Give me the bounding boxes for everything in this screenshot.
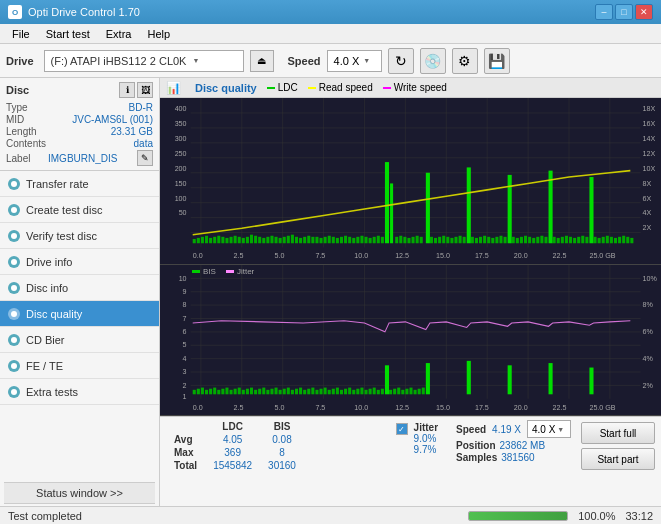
disc-icon: 💿 <box>424 53 441 69</box>
svg-rect-213 <box>315 389 318 393</box>
svg-rect-83 <box>434 238 437 243</box>
legend-ldc: LDC <box>267 82 298 93</box>
svg-text:2: 2 <box>183 380 187 389</box>
svg-rect-235 <box>409 387 412 394</box>
speed-stat-select[interactable]: 4.0 X ▼ <box>527 420 571 438</box>
disc-mid-val: JVC-AMS6L (001) <box>72 114 153 125</box>
sidebar-item-verify-test-disc[interactable]: Verify test disc <box>0 223 159 249</box>
svg-rect-185 <box>225 387 228 394</box>
sidebar-item-fe-te[interactable]: FE / TE <box>0 353 159 379</box>
svg-text:100: 100 <box>175 193 187 202</box>
time-display: 33:12 <box>625 510 653 522</box>
svg-text:22.5: 22.5 <box>553 402 567 411</box>
svg-text:25.0 GB: 25.0 GB <box>589 402 615 411</box>
svg-text:10%: 10% <box>643 273 658 282</box>
svg-rect-207 <box>291 389 294 393</box>
svg-rect-86 <box>446 237 449 243</box>
sidebar-item-extra-tests[interactable]: Extra tests <box>0 379 159 405</box>
toolbar: Drive (F:) ATAPI iHBS112 2 CL0K ⏏ Speed … <box>0 44 661 78</box>
refresh-button[interactable]: ↻ <box>388 48 414 74</box>
jitter-checkbox[interactable]: ✓ <box>396 423 408 435</box>
position-val: 23862 MB <box>500 440 546 451</box>
window-controls: – □ ✕ <box>595 4 653 20</box>
svg-text:17.5: 17.5 <box>475 251 489 260</box>
app-icon: O <box>8 5 22 19</box>
sidebar-item-drive-info[interactable]: Drive info <box>0 249 159 275</box>
svg-rect-227 <box>373 387 376 394</box>
disc-contents-row: Contents data <box>6 138 153 149</box>
jitter-section: ✓ Jitter 9.0% 9.7% <box>396 420 438 455</box>
svg-rect-107 <box>540 236 543 243</box>
menu-start-test[interactable]: Start test <box>38 26 98 42</box>
svg-rect-177 <box>193 389 196 393</box>
close-button[interactable]: ✕ <box>635 4 653 20</box>
svg-rect-56 <box>549 171 553 244</box>
svg-rect-183 <box>217 389 220 393</box>
menu-file[interactable]: File <box>4 26 38 42</box>
svg-rect-54 <box>467 167 471 243</box>
disc-info-icon-btn[interactable]: ℹ <box>119 82 135 98</box>
disc-length-val: 23.31 GB <box>111 126 153 137</box>
svg-rect-60 <box>324 237 327 243</box>
svg-rect-105 <box>532 238 535 243</box>
svg-rect-22 <box>197 238 200 243</box>
status-window-button[interactable]: Status window >> <box>4 482 155 504</box>
speed-stat-val: 4.19 X <box>492 424 521 435</box>
svg-rect-68 <box>356 237 359 243</box>
svg-rect-64 <box>340 237 343 243</box>
avg-bis: 0.08 <box>260 433 304 446</box>
start-full-button[interactable]: Start full <box>581 422 655 444</box>
settings-button[interactable]: ⚙ <box>452 48 478 74</box>
svg-rect-32 <box>238 237 241 243</box>
disc-img-btn[interactable]: 🖼 <box>137 82 153 98</box>
svg-rect-44 <box>287 236 290 243</box>
sidebar-item-disc-quality[interactable]: Disc quality <box>0 301 159 327</box>
nav-label-create-test-disc: Create test disc <box>26 204 102 216</box>
svg-rect-42 <box>279 238 282 243</box>
disc-label-icon[interactable]: ✎ <box>137 150 153 166</box>
eject-button[interactable]: ⏏ <box>250 50 274 72</box>
svg-rect-178 <box>197 388 200 394</box>
disc-section-title: Disc <box>6 84 29 96</box>
drive-value: (F:) ATAPI iHBS112 2 CL0K <box>51 55 187 67</box>
menu-help[interactable]: Help <box>139 26 178 42</box>
svg-rect-212 <box>311 387 314 394</box>
legend-jitter: Jitter <box>226 267 254 276</box>
svg-rect-41 <box>275 237 278 243</box>
svg-text:3: 3 <box>183 366 187 375</box>
save-button[interactable]: 💾 <box>484 48 510 74</box>
maximize-button[interactable]: □ <box>615 4 633 20</box>
sidebar-item-transfer-rate[interactable]: Transfer rate <box>0 171 159 197</box>
svg-rect-119 <box>598 238 601 243</box>
nav-label-disc-quality: Disc quality <box>26 308 82 320</box>
drive-label: Drive <box>6 55 34 67</box>
svg-rect-67 <box>352 238 355 243</box>
sidebar-item-disc-info[interactable]: Disc info <box>0 275 159 301</box>
disc-button[interactable]: 💿 <box>420 48 446 74</box>
sidebar-item-create-test-disc[interactable]: Create test disc <box>0 197 159 223</box>
svg-rect-69 <box>360 236 363 243</box>
sidebar-item-cd-bier[interactable]: CD Bier <box>0 327 159 353</box>
svg-rect-125 <box>622 236 625 243</box>
svg-rect-38 <box>262 238 265 243</box>
svg-rect-57 <box>589 177 593 243</box>
svg-text:2.5: 2.5 <box>234 402 244 411</box>
drive-selector[interactable]: (F:) ATAPI iHBS112 2 CL0K <box>44 50 244 72</box>
disc-icons: ℹ 🖼 <box>119 82 153 98</box>
svg-rect-188 <box>238 387 241 394</box>
svg-text:16X: 16X <box>643 119 656 128</box>
svg-rect-100 <box>512 237 515 243</box>
disc-mid-key: MID <box>6 114 24 125</box>
content-area: 📊 Disc quality LDC Read speed Write spee… <box>160 78 661 506</box>
svg-rect-189 <box>385 365 389 394</box>
svg-rect-65 <box>344 236 347 243</box>
speed-selector[interactable]: 4.0 X <box>327 50 382 72</box>
svg-text:6%: 6% <box>643 326 654 335</box>
svg-text:25.0 GB: 25.0 GB <box>589 251 615 260</box>
svg-rect-202 <box>270 388 273 394</box>
svg-text:6: 6 <box>183 326 187 335</box>
menu-extra[interactable]: Extra <box>98 26 140 42</box>
svg-text:0.0: 0.0 <box>193 251 203 260</box>
minimize-button[interactable]: – <box>595 4 613 20</box>
start-part-button[interactable]: Start part <box>581 448 655 470</box>
